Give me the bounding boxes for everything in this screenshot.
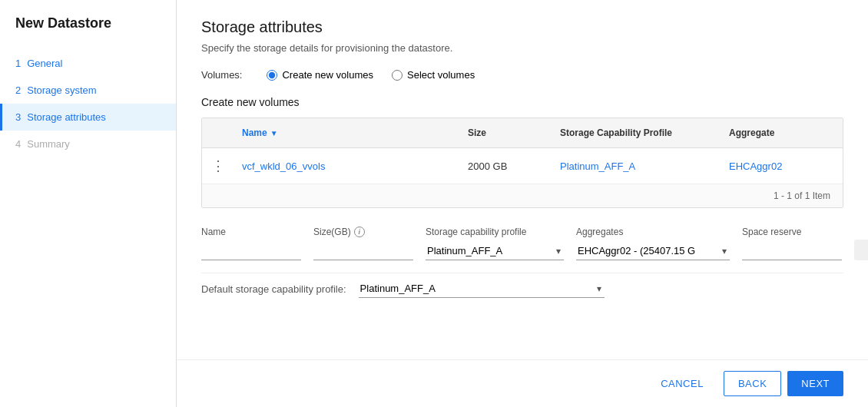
space-reserve-input[interactable]: Thin	[742, 242, 842, 260]
radio-select-label: Select volumes	[407, 69, 475, 81]
page-title: Storage attributes	[201, 18, 843, 36]
add-volume-form: Name Size(GB) i Storage capability profi…	[201, 227, 843, 260]
create-new-volumes-title: Create new volumes	[201, 96, 843, 108]
cancel-button[interactable]: CANCEL	[647, 371, 717, 396]
default-profile-dropdown-wrapper: Platinum_AFF_A	[359, 280, 605, 298]
volumes-row: Volumes: Create new volumes Select volum…	[201, 69, 843, 81]
scp-dropdown-wrapper: Platinum_AFF_A	[426, 242, 564, 260]
th-name[interactable]: Name ▼	[233, 124, 459, 141]
step-num-4: 4	[15, 138, 21, 150]
scp-field-label: Storage capability profile	[426, 227, 564, 237]
scp-field-col: Storage capability profile Platinum_AFF_…	[426, 227, 564, 260]
step-num-2: 2	[15, 84, 21, 96]
scp-dropdown[interactable]: Platinum_AFF_A	[426, 242, 564, 260]
app-title: New Datastore	[0, 15, 176, 50]
radio-select-input[interactable]	[392, 70, 403, 81]
volumes-label: Volumes:	[201, 69, 242, 81]
radio-create-label: Create new volumes	[282, 69, 373, 81]
row-drag-handle[interactable]: ⋮	[202, 153, 233, 179]
step-num-1: 1	[15, 58, 21, 69]
size-info-icon[interactable]: i	[354, 227, 365, 237]
radio-select-volumes[interactable]: Select volumes	[392, 69, 475, 81]
th-aggregate: Aggregate	[720, 124, 843, 141]
sidebar: New Datastore 1 General 2 Storage system…	[0, 0, 177, 407]
row-scp[interactable]: Platinum_AFF_A	[551, 156, 720, 177]
aggregates-field-label: Aggregates	[576, 227, 730, 237]
name-field-col: Name	[201, 227, 301, 260]
name-field-label: Name	[201, 227, 301, 237]
size-field-label: Size(GB) i	[313, 227, 413, 237]
table-row: ⋮ vcf_wkld_06_vvols 2000 GB Platinum_AFF…	[202, 148, 843, 184]
th-size: Size	[459, 124, 551, 141]
default-profile-row: Default storage capability profile: Plat…	[201, 273, 843, 298]
sidebar-item-summary: 4 Summary	[0, 131, 176, 157]
radio-create-input[interactable]	[267, 70, 277, 81]
aggregates-dropdown-wrapper: EHCAggr02 - (25407.15 G	[576, 242, 730, 260]
volumes-table: Name ▼ Size Storage Capability Profile A…	[201, 117, 843, 208]
sort-arrow-icon: ▼	[270, 129, 278, 137]
table-pagination: 1 - 1 of 1 Item	[202, 184, 843, 207]
row-size: 2000 GB	[459, 156, 551, 177]
default-profile-label: Default storage capability profile:	[201, 283, 346, 295]
aggregates-dropdown[interactable]: EHCAggr02 - (25407.15 G	[576, 242, 730, 260]
table-header: Name ▼ Size Storage Capability Profile A…	[202, 118, 843, 148]
row-name[interactable]: vcf_wkld_06_vvols	[233, 156, 459, 177]
sidebar-item-storage-system[interactable]: 2 Storage system	[0, 77, 176, 104]
main-content: Storage attributes Specify the storage d…	[177, 0, 868, 407]
size-input[interactable]	[313, 242, 413, 260]
footer: CANCEL BACK NEXT	[177, 359, 868, 407]
space-reserve-label: Space reserve	[742, 227, 842, 237]
name-input[interactable]	[201, 242, 301, 260]
sidebar-item-storage-system-label: Storage system	[27, 84, 96, 96]
add-button[interactable]: ADD	[854, 240, 868, 260]
row-aggregate[interactable]: EHCAggr02	[720, 156, 843, 177]
back-button[interactable]: BACK	[724, 371, 781, 396]
aggregates-field-col: Aggregates EHCAggr02 - (25407.15 G	[576, 227, 730, 260]
th-drag	[202, 124, 233, 141]
page-subtitle: Specify the storage details for provisio…	[201, 42, 843, 54]
sidebar-item-general[interactable]: 1 General	[0, 50, 176, 77]
sidebar-item-storage-attributes-label: Storage attributes	[27, 111, 106, 123]
step-num-3: 3	[15, 111, 21, 123]
sidebar-item-storage-attributes[interactable]: 3 Storage attributes	[0, 104, 176, 131]
space-reserve-field-col: Space reserve Thin	[742, 227, 842, 260]
sidebar-item-summary-label: Summary	[27, 138, 70, 150]
next-button[interactable]: NEXT	[787, 371, 843, 396]
sidebar-item-general-label: General	[27, 58, 62, 69]
size-field-col: Size(GB) i	[313, 227, 413, 260]
default-profile-dropdown[interactable]: Platinum_AFF_A	[359, 280, 605, 298]
radio-create-new-volumes[interactable]: Create new volumes	[267, 69, 373, 81]
th-scp: Storage Capability Profile	[551, 124, 720, 141]
